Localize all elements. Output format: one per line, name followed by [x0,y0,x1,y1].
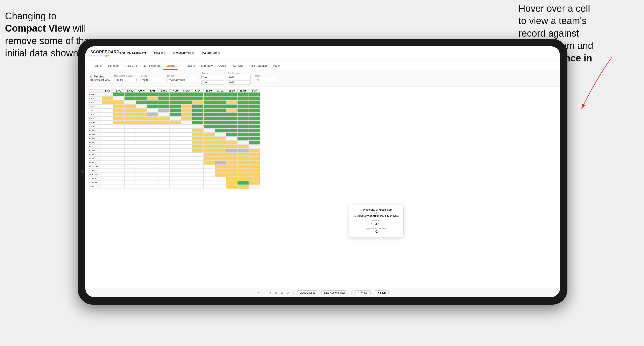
subtab-summary2[interactable]: Summary [198,62,216,70]
matrix-cell[interactable] [113,129,125,133]
matrix-cell[interactable] [125,165,136,169]
matrix-cell[interactable] [226,173,238,177]
division-select[interactable]: NCAA Division I [167,78,197,82]
matrix-cell[interactable] [204,109,215,113]
view-original-button[interactable]: View: Original [298,290,318,295]
matrix-cell[interactable] [136,97,147,101]
matrix-cell[interactable] [102,177,113,181]
matrix-cell[interactable] [170,93,181,97]
matrix-cell[interactable] [204,101,215,105]
matrix-cell[interactable] [204,137,215,141]
matrix-cell[interactable] [170,113,181,117]
matrix-cell[interactable] [113,157,125,161]
subtab-summary1[interactable]: Summary [104,62,122,70]
matrix-area[interactable]: 1. AU 2. VU 3. ASU 4. UNC 5. UT 6. FSU 7… [85,87,560,288]
matrix-cell[interactable] [249,93,260,97]
matrix-cell[interactable] [170,121,181,125]
matrix-cell[interactable] [113,125,125,129]
matrix-cell[interactable] [226,105,238,109]
matrix-cell[interactable] [192,141,204,145]
matrix-cell[interactable] [249,161,260,165]
matrix-cell[interactable] [249,181,260,185]
matrix-cell[interactable] [158,101,170,105]
matrix-cell[interactable] [113,117,125,121]
matrix-cell[interactable] [125,181,136,185]
matrix-cell[interactable] [249,153,260,157]
matrix-cell[interactable] [136,125,147,129]
matrix-cell[interactable] [249,185,260,189]
matrix-cell[interactable] [102,181,113,185]
matrix-cell[interactable] [147,157,158,161]
matrix-cell[interactable] [249,165,260,169]
matrix-cell[interactable] [147,185,158,189]
matrix-cell[interactable] [226,109,238,113]
matrix-cell[interactable] [158,121,170,125]
subtab-teams[interactable]: Teams [90,62,104,70]
matrix-cell[interactable] [136,177,147,181]
matrix-cell[interactable] [170,161,181,165]
matrix-cell[interactable] [147,121,158,125]
matrix-cell[interactable] [147,181,158,185]
matrix-cell[interactable] [181,109,192,113]
matrix-cell[interactable] [102,105,113,109]
matrix-cell[interactable] [158,113,170,117]
matrix-cell[interactable] [113,93,125,97]
matrix-cell[interactable] [204,165,215,169]
matrix-cell[interactable] [170,177,181,181]
matrix-cell[interactable] [215,169,226,173]
matrix-cell[interactable] [125,133,136,137]
matrix-cell[interactable] [158,157,170,161]
matrix-cell[interactable] [102,97,113,101]
matrix-cell[interactable] [113,145,125,149]
matrix-cell[interactable] [215,121,226,125]
matrix-cell[interactable] [215,93,226,97]
matrix-cell[interactable] [192,173,204,177]
matrix-cell[interactable] [204,121,215,125]
matrix-cell[interactable] [249,133,260,137]
matrix-cell[interactable] [113,113,125,117]
matrix-cell[interactable] [113,177,125,181]
matrix-cell[interactable] [215,105,226,109]
matrix-cell[interactable] [249,105,260,109]
matrix-cell[interactable] [238,117,249,121]
matrix-cell[interactable] [215,137,226,141]
matrix-cell[interactable] [158,185,170,189]
matrix-cell[interactable] [113,101,125,105]
matrix-cell[interactable] [170,169,181,173]
matrix-cell[interactable] [181,133,192,137]
matrix-cell[interactable] [192,157,204,161]
matrix-cell[interactable] [181,161,192,165]
matrix-cell[interactable] [113,165,125,169]
matrix-cell[interactable] [102,153,113,157]
matrix-cell[interactable] [226,161,238,165]
matrix-cell[interactable] [181,117,192,121]
matrix-cell[interactable] [136,153,147,157]
matrix-cell[interactable] [181,185,192,189]
subtab-h2h-grid1[interactable]: H2H Grid [122,62,140,70]
matrix-cell[interactable] [181,169,192,173]
matrix-cell[interactable] [215,165,226,169]
matrix-cell[interactable] [170,137,181,141]
matrix-cell[interactable] [113,149,125,153]
matrix-cell[interactable] [147,125,158,129]
matrix-cell[interactable] [158,165,170,169]
matrix-cell[interactable] [147,169,158,173]
matrix-cell[interactable] [147,117,158,121]
matrix-cell[interactable] [113,109,125,113]
matrix-cell[interactable] [147,145,158,149]
matrix-cell[interactable] [102,113,113,117]
matrix-cell[interactable] [158,125,170,129]
matrix-cell[interactable] [215,129,226,133]
matrix-cell[interactable] [204,129,215,133]
matrix-cell[interactable] [192,145,204,149]
matrix-cell[interactable] [238,129,249,133]
subtab-matrix2[interactable]: Matrix [270,62,283,70]
matrix-cell[interactable] [158,153,170,157]
matrix-cell[interactable] [238,101,249,105]
refresh-button[interactable]: ⟳ [269,291,271,294]
matrix-cell[interactable] [226,141,238,145]
subtab-h2h-heatmap1[interactable]: H2H Heatmap [140,62,163,70]
matrix-cell[interactable] [181,125,192,129]
matrix-cell[interactable] [147,93,158,97]
matrix-cell[interactable] [147,141,158,145]
